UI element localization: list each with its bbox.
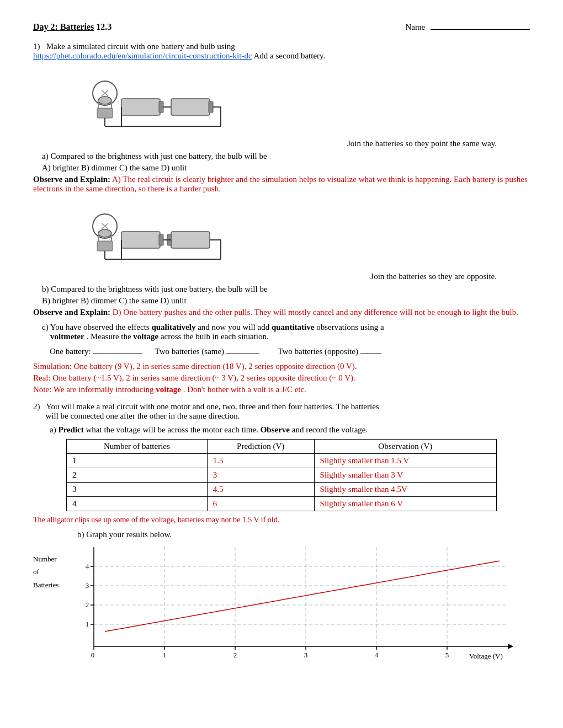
part-a-choices: A) brighter B) dimmer C) the same D) unl…	[42, 163, 530, 173]
two-opposite-blank[interactable]	[360, 354, 381, 354]
svg-text:0: 0	[91, 651, 95, 659]
y-axis-label: Number of Batteries	[33, 542, 72, 591]
prediction-1: 1.5	[207, 454, 314, 468]
predict-bold: Predict	[58, 425, 83, 434]
svg-rect-28	[171, 232, 210, 248]
svg-text:1: 1	[163, 651, 167, 659]
question-1: 1) Make a simulated circuit with one bat…	[33, 42, 530, 394]
q2-number: 2)	[33, 402, 44, 411]
q1-number: 1)	[33, 42, 44, 51]
observation-4: Slightly smaller than 6 V	[314, 497, 496, 511]
phet-link[interactable]: https://phet.colorado.edu/en/simulation/…	[33, 51, 252, 60]
title-number: 12.3	[94, 22, 111, 31]
svg-rect-26	[159, 234, 163, 245]
part-b-question: b) Compared to the brightness with just …	[42, 285, 530, 294]
svg-text:4: 4	[86, 562, 89, 570]
svg-point-1	[98, 97, 111, 104]
title: Day 2: Batteries 12.3	[33, 22, 111, 32]
svg-text:5: 5	[445, 651, 449, 659]
part-c-mid: and now you will add	[198, 323, 272, 331]
battery-count-2: 2	[67, 468, 208, 483]
question-2: 2) You will make a real circuit with one…	[33, 402, 530, 668]
name-blank[interactable]	[431, 29, 530, 30]
battery-count-3: 3	[67, 483, 208, 497]
svg-text:2: 2	[233, 651, 237, 659]
battery-count-4: 4	[67, 497, 208, 511]
prediction-4: 6	[207, 497, 314, 511]
col-header-prediction: Prediction (V)	[207, 440, 314, 454]
table-row: 3 4.5 Slightly smaller than 4.5V	[67, 483, 497, 497]
graph-note: The alligator clips use up some of the v…	[33, 516, 530, 524]
simulation-note-3: Note: We are informally introducing volt…	[33, 385, 530, 394]
svg-text:3: 3	[304, 651, 308, 659]
part-b-choices: B) brighter B) dimmer C) the same D) unl…	[42, 296, 530, 306]
q2-text1: You will make a real circuit with one mo…	[46, 402, 379, 411]
two-same-label: Two batteries (same)	[155, 347, 225, 356]
join-opposite-text: Join the batteries so they are opposite.	[33, 272, 497, 281]
one-battery-label: One battery:	[50, 347, 91, 356]
svg-text:Voltage (V): Voltage (V)	[469, 652, 503, 660]
y-label-1: of	[33, 565, 72, 578]
graph-svg: 0 1 2 3 4 5 Voltage (V) 1 2	[72, 542, 519, 668]
header: Day 2: Batteries 12.3 Name	[33, 22, 530, 32]
observe-bold-b: Observe and Explain:	[33, 308, 110, 317]
part-a-observe: Observe and Explain: A) The real circuit…	[33, 175, 530, 194]
voltage-word: voltage	[133, 332, 158, 341]
q1-link-suffix: Add a second battery.	[254, 51, 326, 60]
table-row: 1 1.5 Slightly smaller than 1.5 V	[67, 454, 497, 468]
q1-main-text: Make a simulated circuit with one batter…	[46, 42, 235, 51]
circuit-svg-same	[77, 68, 254, 135]
predict-text: a) Predict what the voltage will be acro…	[50, 425, 530, 435]
sim-note-3-text: Note: We are informally introducing	[33, 385, 156, 394]
col-header-observation: Observation (V)	[314, 440, 496, 454]
measure-suffix: across the bulb in each situation.	[161, 332, 269, 341]
part-c-intro: c) You have observed the effects	[42, 323, 150, 331]
svg-rect-22	[97, 241, 113, 251]
one-battery-blank[interactable]	[93, 354, 142, 354]
part-c-text: c) You have observed the effects qualita…	[42, 323, 530, 341]
table-row: 4 6 Slightly smaller than 6 V	[67, 497, 497, 511]
prediction-3: 4.5	[207, 483, 314, 497]
voltmeter-word: voltmeter	[50, 332, 84, 341]
graph-b-label-text: b) Graph your results below.	[77, 530, 172, 539]
name-field: Name	[405, 23, 530, 32]
simulation-note-2: Real: One battery (~1.5 V), 2 in series …	[33, 373, 530, 383]
part-a-question: a) Compared to the brightness with just …	[42, 152, 530, 161]
two-same-blank[interactable]	[226, 354, 259, 354]
circuit-same-direction	[77, 68, 530, 135]
svg-point-19	[98, 229, 111, 237]
title-underline: Day 2: Batteries	[33, 22, 94, 31]
qualitatively-word: qualitatively	[151, 323, 195, 331]
svg-text:2: 2	[86, 601, 89, 609]
observation-1: Slightly smaller than 1.5 V	[314, 454, 496, 468]
col-header-batteries: Number of batteries	[67, 440, 208, 454]
join-same-text: Join the batteries so they point the sam…	[33, 139, 497, 148]
observe-text-b: D) One battery pushes and the other pull…	[113, 308, 518, 317]
observation-2: Slightly smaller than 3 V	[314, 468, 496, 483]
voltmeter-section: One battery: Two batteries (same) Two ba…	[50, 347, 530, 356]
sim-note-2-text: Real: One battery (~1.5 V), 2 in series …	[33, 373, 355, 382]
quantitative-word: quantitative	[272, 323, 315, 331]
svg-text:3: 3	[86, 581, 89, 590]
svg-rect-4	[97, 108, 113, 118]
name-label: Name	[405, 23, 425, 31]
observation-3: Slightly smaller than 4.5V	[314, 483, 496, 497]
circuit-opposite-direction	[77, 201, 530, 267]
sim-note-3-end: . Don't bother with a volt is a J/C etc.	[183, 385, 306, 394]
q2-text2: will be connected one after the other in…	[46, 411, 240, 420]
observe-bold-a: Observe and Explain:	[33, 175, 110, 184]
observe-bold-2: Observe	[261, 425, 290, 434]
data-table: Number of batteries Prediction (V) Obser…	[66, 439, 497, 511]
svg-line-69	[105, 561, 500, 631]
simulation-note-1: Simulation: One battery (9 V), 2 in seri…	[33, 362, 530, 371]
table-row: 2 3 Slightly smaller than 3 V	[67, 468, 497, 483]
circuit-svg-opposite	[77, 201, 254, 267]
svg-rect-10	[171, 99, 210, 115]
two-opposite-label: Two batteries (opposite)	[278, 347, 358, 356]
y-label-2: Batteries	[33, 579, 72, 591]
svg-marker-38	[508, 644, 513, 649]
part-c-end: observations using a	[316, 323, 384, 331]
graph-section: b) Graph your results below. Number of B…	[33, 530, 530, 668]
battery-count-1: 1	[67, 454, 208, 468]
part-b-observe: Observe and Explain: D) One battery push…	[33, 308, 530, 317]
